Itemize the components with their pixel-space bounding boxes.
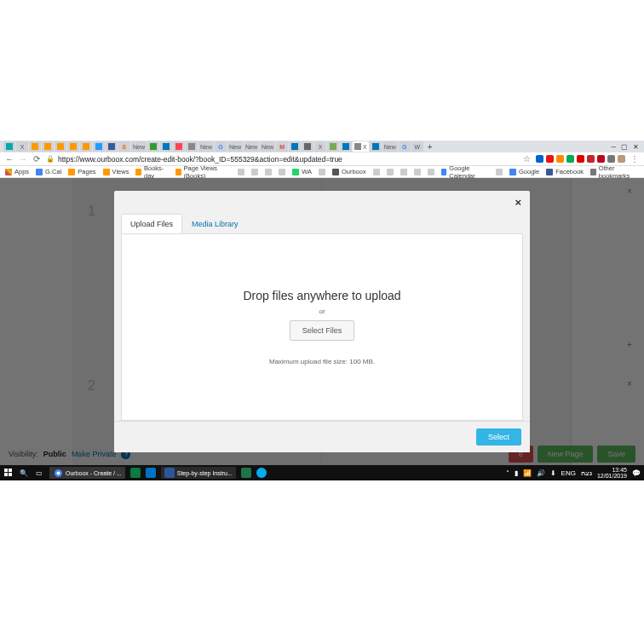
star-icon[interactable]: ☆ xyxy=(522,155,531,164)
browser-tab[interactable]: New xyxy=(244,141,259,152)
bookmark-item[interactable]: Pages xyxy=(68,168,95,175)
bookmark-item[interactable]: Views xyxy=(103,168,129,175)
taskbar-app-outlook[interactable] xyxy=(146,468,156,478)
wifi-icon[interactable]: 📶 xyxy=(523,469,532,477)
keyboard-layout[interactable]: נצח xyxy=(581,469,592,477)
maximize-icon[interactable]: ▢ xyxy=(621,143,628,151)
notifications-icon[interactable]: 💬 xyxy=(632,469,641,477)
modal-overlay[interactable]: × Upload Files Media Library Drop files … xyxy=(0,178,644,465)
browser-tab[interactable] xyxy=(93,141,105,152)
browser-tab[interactable] xyxy=(340,141,352,152)
browser-tab[interactable]: G xyxy=(215,141,227,152)
browser-tab[interactable] xyxy=(67,141,79,152)
close-icon[interactable]: × xyxy=(515,196,521,209)
bookmark-item[interactable] xyxy=(279,169,285,175)
dropbox-icon[interactable]: ⬇ xyxy=(550,469,556,477)
ext-icon[interactable] xyxy=(607,155,615,163)
bookmark-item[interactable] xyxy=(373,169,380,175)
browser-tab[interactable]: New xyxy=(260,141,275,152)
browser-tab[interactable] xyxy=(289,141,301,152)
new-tab-button[interactable]: + xyxy=(424,142,436,152)
bookmark-item[interactable]: Books-day xyxy=(135,164,169,180)
bookmark-item[interactable]: Google Calendar xyxy=(441,164,489,180)
ext-icon[interactable] xyxy=(556,155,564,163)
menu-icon[interactable]: ⋮ xyxy=(630,155,639,164)
avatar-icon[interactable] xyxy=(618,155,625,163)
bookmark-item[interactable] xyxy=(251,169,258,175)
tray-chevron-icon[interactable]: ˄ xyxy=(506,469,509,477)
close-icon[interactable]: ✕ xyxy=(633,143,639,151)
apps-button[interactable]: Apps xyxy=(5,168,29,175)
bookmark-item[interactable] xyxy=(428,169,434,175)
reload-icon[interactable]: ⟳ xyxy=(32,155,41,164)
browser-tab[interactable]: New xyxy=(131,141,147,152)
minimize-icon[interactable]: ─ xyxy=(611,143,616,151)
forward-icon[interactable]: → xyxy=(19,155,27,164)
bookmark-item[interactable]: Google xyxy=(509,168,539,175)
windows-taskbar: 🔍 ▭ Ourboox - Create / ... Step-by-step … xyxy=(0,465,644,480)
taskbar-app-chrome[interactable]: Ourboox - Create / ... xyxy=(49,467,125,479)
browser-tab[interactable] xyxy=(42,141,54,152)
bookmark-item[interactable]: Facebook xyxy=(546,168,584,175)
bookmark-item[interactable]: G.Cal xyxy=(36,168,61,175)
bookmark-item[interactable] xyxy=(414,169,421,175)
ext-icon[interactable] xyxy=(597,155,605,163)
select-button[interactable]: Select xyxy=(476,428,521,446)
clock[interactable]: 13:45 12/01/2019 xyxy=(597,467,627,479)
taskview-icon[interactable]: ▭ xyxy=(34,468,44,478)
browser-tab[interactable]: New xyxy=(382,141,398,152)
browser-tab[interactable]: New xyxy=(198,141,214,152)
bookmark-item[interactable]: Page Views (Books) xyxy=(175,164,231,180)
browser-tab[interactable] xyxy=(80,141,92,152)
bookmark-item[interactable]: Ourboox xyxy=(332,168,366,175)
ext-icon[interactable] xyxy=(587,155,595,163)
start-icon[interactable] xyxy=(3,468,14,478)
browser-tab[interactable] xyxy=(106,141,118,152)
upload-dropzone[interactable]: Drop files anywhere to upload or Select … xyxy=(121,233,523,421)
browser-tab[interactable]: New xyxy=(227,141,243,152)
browser-tab[interactable] xyxy=(186,141,198,152)
bookmark-item[interactable] xyxy=(238,169,244,175)
browser-tab-active[interactable]: X xyxy=(353,141,369,152)
ext-icon[interactable] xyxy=(566,155,574,163)
browser-tab[interactable] xyxy=(29,141,41,152)
browser-tab[interactable] xyxy=(173,141,185,152)
search-icon[interactable]: 🔍 xyxy=(19,468,29,478)
browser-tab[interactable] xyxy=(3,141,15,152)
select-files-button[interactable]: Select Files xyxy=(290,320,355,341)
url-field[interactable]: 🔒 https://www.ourboox.com/create-edit-bo… xyxy=(46,155,517,164)
bookmark-item[interactable] xyxy=(496,169,503,175)
browser-tab[interactable]: G xyxy=(399,141,411,152)
taskbar-app-skype[interactable] xyxy=(256,468,267,478)
browser-tab[interactable]: E xyxy=(118,141,130,152)
taskbar-app-word[interactable]: Step-by-step Instru... xyxy=(161,467,236,479)
browser-tab[interactable] xyxy=(55,141,66,152)
ext-icon[interactable] xyxy=(577,155,584,163)
browser-tab[interactable]: M xyxy=(276,141,288,152)
other-bookmarks[interactable]: Other bookmarks xyxy=(590,164,639,180)
taskbar-app[interactable] xyxy=(130,468,141,478)
taskbar-app-excel[interactable] xyxy=(241,468,251,478)
language-indicator[interactable]: ENG xyxy=(561,469,576,477)
browser-tab[interactable]: X xyxy=(314,141,326,152)
bookmark-item[interactable] xyxy=(387,169,394,175)
bookmark-item[interactable] xyxy=(265,169,272,175)
bookmark-item[interactable]: WA xyxy=(292,168,312,175)
bookmark-item[interactable] xyxy=(319,169,325,175)
browser-tab[interactable]: W xyxy=(411,141,423,152)
battery-icon[interactable]: ▮ xyxy=(515,469,518,477)
tab-media-library[interactable]: Media Library xyxy=(182,214,248,234)
bookmark-item[interactable] xyxy=(400,169,407,175)
volume-icon[interactable]: 🔊 xyxy=(537,469,545,477)
browser-tab[interactable] xyxy=(147,141,159,152)
tab-upload-files[interactable]: Upload Files xyxy=(121,214,182,234)
browser-tab[interactable] xyxy=(370,141,382,152)
ext-icon[interactable] xyxy=(546,155,554,163)
ext-icon[interactable] xyxy=(536,155,543,163)
browser-tab[interactable] xyxy=(327,141,339,152)
taskbar-app-label: Ourboox - Create / ... xyxy=(66,470,122,476)
back-icon[interactable]: ← xyxy=(5,155,14,164)
browser-tab[interactable] xyxy=(302,141,313,152)
browser-tab[interactable] xyxy=(160,141,172,152)
browser-tab[interactable]: X xyxy=(16,141,28,152)
